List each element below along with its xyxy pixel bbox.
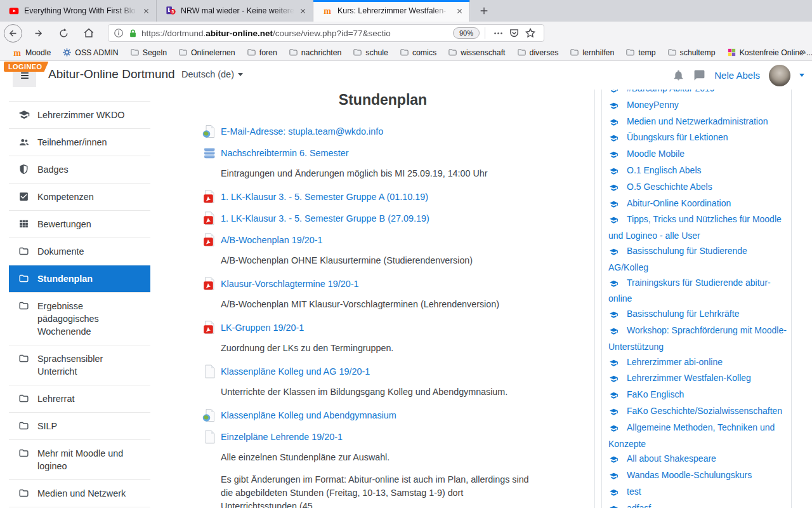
bookmark-item[interactable]: Onlinelernen (174, 46, 240, 58)
resource-link[interactable]: 1. LK-Klausur 3. - 5. Semester Gruppe B … (221, 213, 429, 224)
forward-button[interactable] (29, 23, 48, 43)
language-selector[interactable]: Deutsch (de) (181, 69, 243, 79)
course-link[interactable]: Moodle Mobile (608, 147, 787, 163)
course-link[interactable]: FaKo Geschichte/Sozialwissenschaften (608, 404, 787, 420)
tab-title: NRW mal wieder - Keine weitere (181, 6, 294, 15)
folder-icon (247, 48, 256, 57)
graduation-cap-icon (608, 164, 623, 180)
avatar[interactable] (769, 65, 790, 86)
close-icon[interactable] (299, 8, 306, 15)
bookmark-item[interactable]: temp (621, 46, 660, 58)
resource-link[interactable]: 1. LK-Klausur 3. - 5. Semester Gruppe A … (221, 192, 428, 202)
course-link[interactable]: FaKo Englisch (608, 387, 787, 404)
back-button[interactable] (4, 24, 22, 43)
sidebar-item[interactable]: Badges (9, 156, 150, 184)
course-link[interactable]: Basisschulung für Lehrkräfte (608, 307, 787, 323)
zoom-level-badge[interactable]: 90% (453, 27, 480, 39)
bookmark-item[interactable]: foren (242, 46, 282, 58)
l5news-favicon: 5 (166, 6, 176, 16)
resource-row: A/B-Wochenplan 19/20-1 (202, 232, 594, 248)
course-link[interactable]: adfasf (608, 501, 787, 508)
close-icon[interactable] (456, 8, 463, 15)
bookmark-item[interactable]: lernhilfen (565, 46, 619, 58)
graduation-cap-icon (18, 109, 30, 121)
notifications-button[interactable] (672, 69, 684, 81)
course-link[interactable]: Tipps, Tricks und Nützliches für Moodle … (608, 212, 787, 244)
new-tab-button[interactable] (474, 0, 494, 22)
site-info-icon[interactable] (114, 28, 124, 38)
resource-link[interactable]: Klausur-Vorschlagtermine 19/20-1 (221, 279, 359, 289)
course-link[interactable]: Abitur-Online Koordination (608, 196, 787, 213)
bookmark-star-button[interactable] (525, 27, 536, 39)
bookmark-item[interactable]: Kostenfreie Online-... (723, 46, 812, 58)
course-link[interactable]: Allgemeine Methoden, Techniken und Konze… (608, 420, 787, 452)
bookmark-item[interactable]: OSS ADMIN (58, 46, 122, 58)
course-link[interactable]: test (608, 485, 787, 501)
pocket-button[interactable] (509, 28, 520, 39)
course-link[interactable]: O.5 Geschichte Abels (608, 180, 787, 196)
home-button[interactable] (79, 23, 98, 43)
course-link[interactable]: Trainingskurs für Studierende abitur-onl… (608, 276, 787, 307)
sidebar-item[interactable]: SILP (9, 413, 150, 440)
user-name-link[interactable]: Nele Abels (714, 70, 760, 81)
resource-link[interactable]: LK-Gruppen 19/20-1 (221, 323, 304, 333)
course-link[interactable]: Lehrerzimmer Westfalen-Kolleg (608, 371, 787, 387)
sidebar-item[interactable]: Sprachsensibler Unterricht (9, 345, 150, 385)
resource-description: Es gibt Änderungen im Format: Abitur-onl… (221, 473, 539, 508)
browser-tab[interactable]: 5NRW mal wieder - Keine weitere (157, 0, 313, 22)
course-link[interactable]: Workshop: Sprachförderung mit Moodle-Unt… (608, 323, 787, 355)
user-menu-caret[interactable] (799, 74, 804, 77)
resource-link[interactable]: Klassenpläne Kolleg und Abendgymnasium (221, 410, 396, 420)
bookmark-item[interactable]: comics (395, 46, 441, 58)
lock-icon (128, 29, 138, 38)
course-link[interactable]: Lehrerzimmer abi-online (608, 355, 787, 371)
bookmark-item[interactable]: mMoodle (8, 46, 55, 59)
course-link[interactable]: MoneyPenny (608, 98, 787, 114)
bookmarks-overflow-chevron[interactable]: » (801, 46, 806, 57)
close-icon[interactable] (143, 8, 150, 15)
sidebar-item[interactable]: Lehrerrat (9, 385, 150, 413)
resource-link[interactable]: Klassenpläne Kolleg und AG 19/20-1 (221, 366, 370, 377)
course-link[interactable]: Wandas Moodle-Schulungskurs (608, 468, 787, 485)
page-actions-button[interactable] (493, 28, 504, 39)
sidebar-item[interactable]: Stundenplan (9, 265, 150, 293)
course-link[interactable]: O.1 Englisch Abels (608, 163, 787, 180)
bookmark-item[interactable]: schule (348, 46, 393, 58)
sidebar-item-label: Badges (37, 163, 69, 176)
folder-icon (18, 393, 30, 404)
sidebar-item[interactable]: Mehr mit Moodle und logineo (9, 440, 150, 480)
resource-link[interactable]: A/B-Wochenplan 19/20-1 (221, 235, 323, 245)
svg-text:5: 5 (172, 10, 174, 14)
browser-tab[interactable]: Everything Wrong With First Blo (0, 0, 157, 22)
course-link[interactable]: Basisschulung für Studierende AG/Kolleg (608, 244, 787, 276)
resource-description: A/B-Wochenplan OHNE Klausurtermine (Stud… (221, 254, 539, 267)
bookmark-item[interactable]: Segeln (126, 46, 171, 58)
bookmark-item[interactable]: diverses (513, 46, 563, 58)
browser-tab[interactable]: mKurs: Lehrerzimmer Westfalen- (313, 0, 470, 22)
sidebar-item[interactable]: Dokumente (9, 238, 150, 265)
resource-description: A/B-Wochenplan MIT Klausur-Vorschlagterm… (221, 298, 539, 311)
resource-link[interactable]: Nachschreibtermin 6. Semester (221, 148, 349, 158)
bookmark-item[interactable]: schultemp (663, 46, 720, 58)
graduation-cap-icon (608, 148, 623, 163)
sidebar-item[interactable]: Kompetenzen (9, 184, 150, 211)
navigation-toolbar: https://dortmund.abitur-online.net/cours… (0, 22, 812, 44)
bookmark-label: schule (365, 48, 388, 57)
bookmark-item[interactable]: wissenschaft (443, 46, 509, 58)
course-link[interactable]: All about Shakespeare (608, 451, 787, 468)
messages-button[interactable] (693, 69, 705, 81)
course-link[interactable]: Medien und Netzwerkadministration (608, 114, 787, 131)
address-bar[interactable]: https://dortmund.abitur-online.net/cours… (108, 24, 544, 42)
home-icon (83, 27, 95, 39)
bookmark-item[interactable]: nachrichten (284, 46, 346, 58)
sidebar-item[interactable]: Ergebnisse pädagogisches Wochenende (9, 293, 150, 345)
resource-link[interactable]: Einzelpläne Lehrende 19/20-1 (221, 432, 343, 442)
sidebar-item[interactable]: Teilnehmer/innen (9, 129, 150, 156)
sidebar-item[interactable]: Medien und Netzwerk (9, 480, 150, 507)
course-link[interactable]: Übungskurs für Lektionen (608, 130, 787, 147)
sidebar-item[interactable]: Lehrerzimmer WKDO (9, 102, 150, 129)
sidebar-item[interactable]: Bewertungen (9, 211, 150, 238)
resource-link[interactable]: E-Mail-Adresse: stupla.team@wkdo.info (221, 126, 383, 137)
doc-icon (202, 429, 217, 444)
reload-button[interactable] (54, 23, 73, 43)
